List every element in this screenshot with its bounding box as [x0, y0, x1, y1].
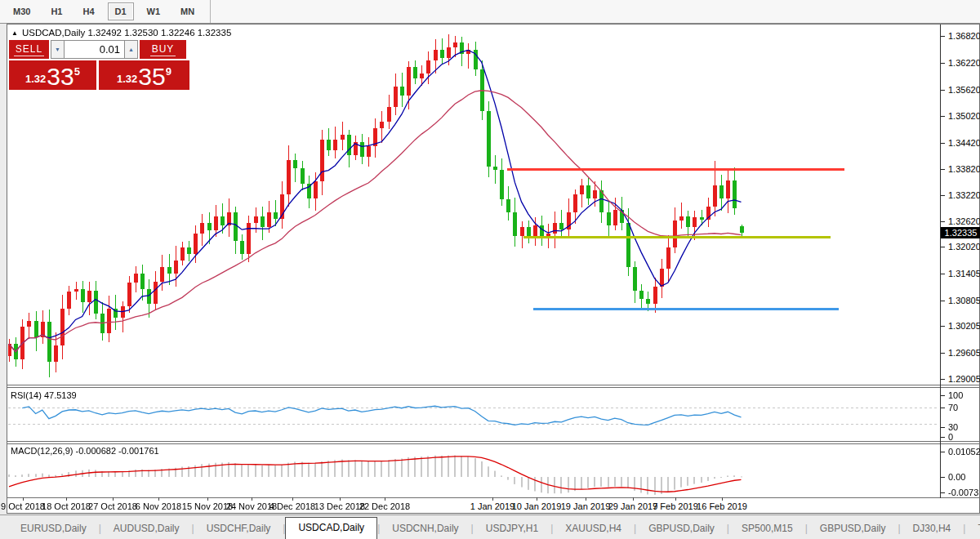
mt4-terminal: M30H1H4D1W1MN ▲USDCAD,Daily 1.32492 1.32…: [0, 0, 980, 539]
price-axis-label: 1.33220: [948, 190, 980, 200]
date-axis-label: 19 Jan 2019: [561, 501, 611, 511]
date-axis-tick: [633, 497, 634, 501]
date-axis-label: 16 Feb 2019: [697, 501, 747, 511]
one-click-trade-panel: SELL ▼ ▲ BUY 1.32 33 5 1.32 35 9: [9, 40, 192, 90]
price-axis-label: 1.32620: [948, 216, 980, 226]
tab-sp500-m15[interactable]: SP500,M15: [729, 519, 805, 539]
tab-audusd-daily[interactable]: AUDUSD,Daily: [101, 519, 192, 539]
rsi-axis-label: 0: [948, 432, 953, 442]
volume-increase-button[interactable]: ▲: [124, 40, 138, 59]
price-axis-tick: [941, 36, 945, 37]
timeframe-button-w1[interactable]: W1: [140, 2, 168, 20]
price-axis-label: 1.29605: [948, 348, 980, 358]
date-axis-tick: [113, 497, 114, 501]
price-axis-label: 1.36820: [948, 31, 980, 41]
date-axis-tick: [158, 497, 159, 501]
date-axis-tick: [252, 497, 252, 501]
chart-title-text: USDCAD,Daily 1.32492 1.32530 1.32246 1.3…: [22, 28, 231, 38]
sell-button[interactable]: SELL: [9, 40, 49, 59]
price-axis-tick: [941, 63, 945, 64]
tab-usdjpy-h1[interactable]: USDJPY,H1: [474, 519, 550, 539]
date-axis-label: 10 Jan 2019: [512, 501, 562, 511]
date-axis-label: 4 Dec 2018: [270, 501, 315, 511]
rsi-macd-splitter[interactable]: [7, 441, 980, 442]
macd-axis-tick: [941, 492, 945, 493]
toolbar-separator: [210, 0, 211, 23]
date-axis-label: 9 Oct 2018: [1, 501, 45, 511]
buy-button[interactable]: BUY: [140, 40, 186, 59]
timeframe-button-m30[interactable]: M30: [6, 2, 38, 20]
date-axis-tick: [340, 497, 341, 501]
date-axis-tick: [722, 497, 723, 501]
macd-axis-label: -0.0073: [948, 488, 978, 497]
date-axis-label: 18 Oct 2018: [42, 501, 91, 511]
rsi-axis-tick: [941, 395, 945, 396]
tab-xauusd-h4[interactable]: XAUUSD,H4: [553, 519, 634, 539]
sell-price-sup: 5: [74, 65, 80, 78]
date-axis-label: 22 Dec 2018: [359, 501, 410, 511]
price-axis-tick: [941, 116, 945, 117]
tab-gbpusd-daily[interactable]: GBPUSD,Daily: [636, 519, 727, 539]
rsi-panel-top-border: [7, 387, 980, 388]
timeframe-button-mn[interactable]: MN: [173, 2, 202, 20]
volume-decrease-button[interactable]: ▼: [51, 40, 65, 59]
collapse-icon[interactable]: ▲: [11, 29, 18, 37]
price-axis-label: 1.30805: [948, 296, 980, 305]
rsi-axis-label: 100: [948, 390, 963, 400]
date-axis-tick: [207, 497, 208, 501]
date-axis-tick: [292, 497, 293, 501]
macd-axis-label: 0.00: [948, 472, 965, 482]
tab-usdcnh-daily[interactable]: USDCNH,Daily: [380, 519, 470, 539]
price-axis-label: 1.31405: [948, 269, 980, 278]
rsi-axis-tick: [941, 427, 945, 428]
timeframe-button-d1[interactable]: D1: [108, 2, 134, 20]
date-axis-label: 6 Nov 2018: [136, 501, 181, 511]
price-axis-tick: [941, 247, 945, 247]
date-axis-label: 1 Jan 2019: [470, 501, 514, 511]
date-axis-label: 13 Dec 2018: [314, 501, 365, 511]
macd-axis-tick: [941, 452, 945, 452]
buy-price-small: 1.32: [117, 73, 137, 85]
date-axis-label: 29 Jan 2019: [608, 501, 658, 511]
current-price-tag: 1.32335: [941, 227, 980, 238]
volume-input[interactable]: [65, 40, 124, 59]
timeframe-button-h4[interactable]: H4: [75, 2, 101, 20]
tab-eurusd-daily[interactable]: EURUSD,Daily: [8, 519, 99, 539]
rsi-label: RSI(14) 47.5139: [11, 390, 77, 400]
price-axis-tick: [941, 143, 945, 144]
tab-usdcad-daily[interactable]: USDCAD,Daily: [285, 517, 377, 539]
price-axis-tick: [941, 274, 945, 274]
price-axis-label: 1.30205: [948, 321, 980, 331]
price-axis-label: 1.33820: [948, 164, 980, 174]
chart-window: ▲USDCAD,Daily 1.32492 1.32530 1.32246 1.…: [7, 24, 980, 514]
timeframe-toolbar: M30H1H4D1W1MN: [0, 0, 980, 24]
rsi-indicator-canvas[interactable]: [8, 388, 938, 441]
sell-price-small: 1.32: [25, 73, 46, 85]
date-axis-label: 27 Oct 2018: [88, 501, 137, 511]
rsi-axis-tick: [941, 408, 945, 408]
price-axis-label: 1.35020: [948, 111, 980, 121]
tab-tech100-h1[interactable]: TECH100,H1: [965, 519, 980, 539]
date-axis-tick: [23, 497, 24, 501]
chart-title: ▲USDCAD,Daily 1.32492 1.32530 1.32246 1.…: [11, 28, 231, 38]
macd-panel-top-border: [7, 443, 980, 444]
tab-gbpusd-daily[interactable]: GBPUSD,Daily: [808, 519, 898, 539]
price-axis-label: 1.29005: [948, 374, 980, 384]
tab-dj30-h4[interactable]: DJ30,H4: [901, 519, 964, 539]
volume-down-icon: ▼: [55, 47, 60, 52]
price-axis-tick: [941, 353, 945, 354]
date-axis-tick: [586, 497, 586, 501]
rsi-axis-label: 70: [948, 403, 958, 412]
date-axis-tick: [537, 497, 537, 501]
price-axis-tick: [941, 301, 945, 301]
chart-tab-bar: EURUSD,Daily|AUDUSD,Daily|USDCHF,Daily|U…: [0, 514, 980, 539]
price-axis-label: 1.35620: [948, 85, 980, 95]
tab-usdchf-daily[interactable]: USDCHF,Daily: [194, 519, 283, 539]
buy-price-box[interactable]: 1.32 35 9: [99, 60, 189, 90]
date-axis-border: [7, 497, 980, 498]
sell-price-big: 33: [47, 66, 74, 87]
main-rsi-splitter[interactable]: [7, 385, 980, 385]
sell-price-box[interactable]: 1.32 33 5: [9, 60, 96, 90]
timeframe-button-h1[interactable]: H1: [43, 2, 69, 20]
macd-axis-tick: [941, 477, 945, 478]
